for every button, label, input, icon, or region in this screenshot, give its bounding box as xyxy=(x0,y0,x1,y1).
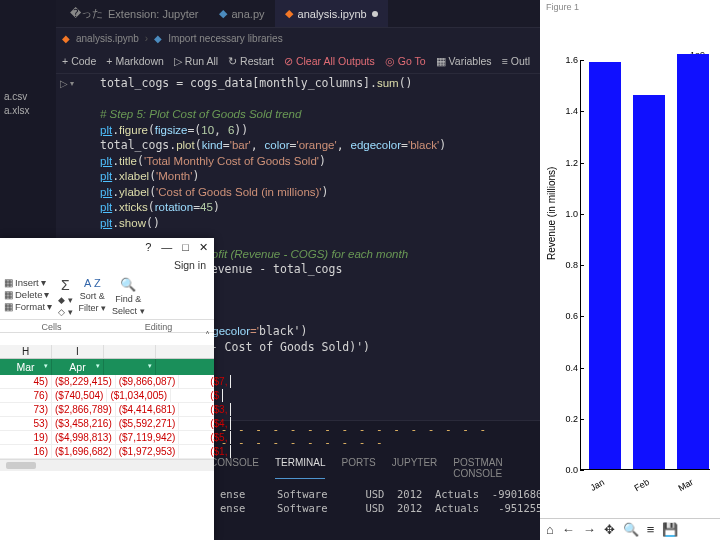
panel-tab[interactable]: JUPYTER xyxy=(392,457,438,479)
y-tick: 1.6 xyxy=(565,55,578,65)
maximize-button[interactable]: □ xyxy=(182,241,189,254)
y-tick: 1.2 xyxy=(565,158,578,168)
excel-window: ? — □ ✕ Sign in ▦ Insert ▾ ▦ Delete ▾ ▦ … xyxy=(0,238,214,540)
python-icon: ◆ xyxy=(154,33,162,44)
outline-button[interactable]: ≡Outl xyxy=(502,55,530,67)
format-button[interactable]: ▦ Format ▾ xyxy=(4,301,52,312)
y-tick: 1.4 xyxy=(565,106,578,116)
table-row[interactable]: 73)($2,866,789)($4,414,681)($3, xyxy=(0,403,214,417)
horizontal-scrollbar[interactable] xyxy=(0,459,214,471)
add-code-button[interactable]: +Code xyxy=(62,55,96,67)
file-item[interactable]: a.xlsx xyxy=(4,104,56,118)
column-headers[interactable]: HI xyxy=(0,345,214,359)
figure-title: Figure 1 xyxy=(540,0,720,14)
clear-outputs-button[interactable]: ⊘Clear All Outputs xyxy=(284,55,375,67)
file-item[interactable]: a.csv xyxy=(4,90,56,104)
panel-tab[interactable]: PORTS xyxy=(341,457,375,479)
autosum-button[interactable]: Σ xyxy=(61,277,70,293)
grid[interactable]: 45)($8,229,415)($9,866,087)($7,76)($740,… xyxy=(0,375,214,459)
forward-icon[interactable]: → xyxy=(583,522,596,537)
play-all-icon: ▷ xyxy=(174,55,182,67)
notebook-icon: ◆ xyxy=(285,7,293,20)
panel-tab[interactable]: CONSOLE xyxy=(210,457,259,479)
y-tick: 0.8 xyxy=(565,260,578,270)
chevron-right-icon: › xyxy=(145,33,148,44)
outline-icon: ≡ xyxy=(502,55,508,67)
variables-icon: ▦ xyxy=(436,55,446,67)
run-cell-button[interactable]: ▷ ▾ xyxy=(60,78,78,89)
goto-icon: ◎ xyxy=(385,55,395,67)
breadcrumb[interactable]: ◆ analysis.ipynb › ◆ Import necessary li… xyxy=(0,28,540,48)
help-button[interactable]: ? xyxy=(145,241,151,254)
table-row[interactable]: 53)($3,458,216)($5,592,271)($4, xyxy=(0,417,214,431)
collapse-ribbon-button[interactable]: ˄ xyxy=(205,330,210,341)
crumb-cell[interactable]: Import necessary libraries xyxy=(168,33,282,44)
zoom-icon[interactable]: 🔍 xyxy=(623,522,639,537)
ribbon: ▦ Insert ▾ ▦ Delete ▾ ▦ Format ▾ Σ ◆ ▾ ◇… xyxy=(0,273,214,320)
bar xyxy=(633,95,665,469)
plus-icon: + xyxy=(62,55,68,67)
sort-filter-button[interactable]: A Z Sort & Filter ▾ xyxy=(79,277,107,317)
table-row[interactable]: 76)($740,504)($1,034,005)($ xyxy=(0,389,214,403)
plot-area xyxy=(580,60,710,470)
panel-tab[interactable]: TERMINAL xyxy=(275,457,326,479)
restart-icon: ↻ xyxy=(228,55,237,67)
bar xyxy=(589,62,621,469)
run-all-button[interactable]: ▷Run All xyxy=(174,55,218,67)
plus-icon: + xyxy=(106,55,112,67)
table-row[interactable]: 19)($4,998,813)($7,119,942)($5, xyxy=(0,431,214,445)
delete-button[interactable]: ▦ Delete ▾ xyxy=(4,289,52,300)
add-markdown-button[interactable]: +Markdown xyxy=(106,55,164,67)
variables-button[interactable]: ▦Variables xyxy=(436,55,492,67)
signin-link[interactable]: Sign in xyxy=(0,257,214,273)
titlebar: ? — □ ✕ xyxy=(0,238,214,257)
home-icon[interactable]: ⌂ xyxy=(546,522,554,537)
pan-icon[interactable]: ✥ xyxy=(604,522,615,537)
y-tick: 0.2 xyxy=(565,414,578,424)
x-tick: Feb xyxy=(633,477,651,493)
y-tick: 0.4 xyxy=(565,363,578,373)
table-row[interactable]: 16)($1,696,682)($1,972,953)($1, xyxy=(0,445,214,459)
scrollbar-thumb[interactable] xyxy=(6,462,36,469)
save-icon[interactable]: 💾 xyxy=(662,522,678,537)
x-tick: Jan xyxy=(588,477,606,493)
file-explorer: a.csv a.xlsx xyxy=(0,90,56,118)
minimize-button[interactable]: — xyxy=(161,241,172,254)
config-icon[interactable]: ≡ xyxy=(647,522,655,537)
find-select-button[interactable]: 🔍 Find & Select ▾ xyxy=(112,277,145,317)
cell-gutter: ▷ ▾ xyxy=(60,78,78,89)
notebook-toolbar: +Code +Markdown ▷Run All ↻Restart ⊘Clear… xyxy=(0,48,540,74)
back-icon[interactable]: ← xyxy=(562,522,575,537)
crumb-file[interactable]: analysis.ipynb xyxy=(76,33,139,44)
editor-tabs: �った Extension: Jupyter ◆ ana.py ◆ analys… xyxy=(0,0,540,28)
close-button[interactable]: ✕ xyxy=(199,241,208,254)
figure-toolbar: ⌂←→✥🔍≡💾 xyxy=(540,518,720,540)
goto-button[interactable]: ◎Go To xyxy=(385,55,426,67)
ribbon-group-label: Editing xyxy=(145,320,173,332)
y-axis-label: Revenue (in millions) xyxy=(546,167,557,260)
restart-button[interactable]: ↻Restart xyxy=(228,55,274,67)
tab-notebook[interactable]: ◆ analysis.ipynb xyxy=(275,0,388,27)
tab-label: analysis.ipynb xyxy=(298,8,367,20)
y-tick: 0.6 xyxy=(565,311,578,321)
bar xyxy=(677,54,709,469)
y-tick: 0.0 xyxy=(565,465,578,475)
jupyter-icon: �った xyxy=(70,6,103,21)
x-tick: Mar xyxy=(677,477,695,493)
tab-label: ana.py xyxy=(232,8,265,20)
table-row[interactable]: 45)($8,229,415)($9,866,087)($7, xyxy=(0,375,214,389)
y-tick: 1.0 xyxy=(565,209,578,219)
clear-icon: ⊘ xyxy=(284,55,293,67)
header-row[interactable]: MarApr xyxy=(0,359,214,375)
find-icon: 🔍 xyxy=(120,277,136,292)
figure-window: Figure 1 Revenue (in millions) 1e9 0.00.… xyxy=(540,0,720,540)
ribbon-group-label: Cells xyxy=(42,320,62,332)
notebook-icon: ◆ xyxy=(62,33,70,44)
tab-label: Extension: Jupyter xyxy=(108,8,199,20)
insert-button[interactable]: ▦ Insert ▾ xyxy=(4,277,52,288)
tab-anapy[interactable]: ◆ ana.py xyxy=(209,0,275,27)
tab-extension[interactable]: �った Extension: Jupyter xyxy=(60,0,209,27)
python-icon: ◆ xyxy=(219,7,227,20)
dirty-dot-icon xyxy=(372,11,378,17)
panel-tab[interactable]: POSTMAN CONSOLE xyxy=(453,457,502,479)
